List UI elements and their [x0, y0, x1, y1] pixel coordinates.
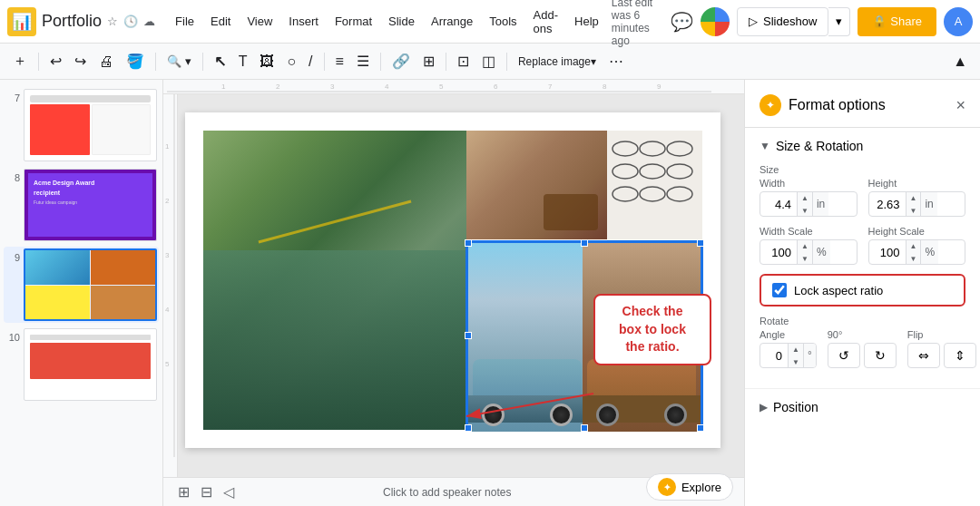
size-group: Size Width ▲ ▼ in: [760, 164, 965, 217]
svg-text:9: 9: [657, 83, 662, 91]
history-icon[interactable]: 🕓: [123, 15, 138, 28]
menu-arrange[interactable]: Arrange: [424, 11, 480, 32]
crop-tool[interactable]: ⊡: [452, 49, 475, 73]
grid-view-button[interactable]: ⊞: [174, 482, 193, 502]
separator7: [506, 53, 507, 71]
format-options-panel: ✦ Format options × ▼ Size & Rotation Siz…: [744, 80, 980, 506]
image-tool[interactable]: 🖼: [254, 50, 279, 73]
height-down[interactable]: ▼: [906, 204, 921, 217]
slideshow-label: Slideshow: [763, 15, 817, 28]
cursor-tool[interactable]: ↖: [209, 49, 231, 73]
collapse-toolbar-button[interactable]: ▲: [947, 50, 973, 73]
width-scale-input[interactable]: [760, 244, 797, 261]
size-rotation-header[interactable]: ▼ Size & Rotation: [760, 139, 965, 153]
expand-arrow: ▼: [760, 140, 770, 152]
separator4: [324, 53, 325, 71]
flip-h-button[interactable]: ⇔: [907, 343, 940, 368]
width-scale-spinners: ▲ ▼: [797, 239, 812, 265]
height-scale-up[interactable]: ▲: [906, 239, 921, 252]
menu-view[interactable]: View: [240, 11, 279, 32]
flip-v-button[interactable]: ⇕: [944, 343, 976, 368]
angle-down[interactable]: ▼: [789, 355, 803, 368]
height-scale-input[interactable]: [869, 244, 906, 261]
size-rotation-section: ▼ Size & Rotation Size Width ▲ ▼: [745, 128, 980, 389]
line-tool[interactable]: /: [303, 50, 318, 73]
format-close-button[interactable]: ×: [956, 96, 965, 115]
undo-button[interactable]: ↩: [44, 49, 67, 73]
slide-canvas[interactable]: Check the box to lock the ratio.: [185, 112, 720, 448]
format-header: ✦ Format options ×: [745, 80, 980, 128]
google-apps-button[interactable]: [701, 7, 730, 36]
menu-format[interactable]: Format: [328, 11, 379, 32]
height-scale-unit: %: [920, 240, 938, 264]
width-scale-down[interactable]: ▼: [798, 252, 812, 265]
svg-text:5: 5: [165, 360, 170, 368]
slideshow-dropdown-button[interactable]: ▾: [828, 7, 850, 36]
width-down[interactable]: ▼: [798, 204, 812, 217]
angle-col: Angle ▲ ▼ °: [760, 329, 817, 368]
list-tool[interactable]: ☰: [351, 49, 375, 73]
lock-checkbox[interactable]: [772, 283, 787, 297]
callout-tooltip: Check the box to lock the ratio.: [593, 294, 711, 365]
text-tool[interactable]: T: [233, 50, 253, 73]
height-scale-col: Height Scale ▲ ▼ %: [868, 226, 966, 265]
menu-file[interactable]: File: [168, 11, 201, 32]
menu-insert[interactable]: Insert: [281, 11, 326, 32]
svg-text:3: 3: [165, 251, 170, 259]
redo-button[interactable]: ↪: [69, 49, 92, 73]
slideshow-button[interactable]: ▷ Slideshow: [737, 7, 828, 36]
zoom-button[interactable]: 🔍 ▾: [162, 51, 197, 72]
list-view-button[interactable]: ⊟: [197, 482, 216, 502]
menu-help[interactable]: Help: [567, 11, 606, 32]
replace-image-button[interactable]: Replace image ▾: [513, 52, 602, 72]
separator5: [380, 53, 381, 71]
paint-format-button[interactable]: 🪣: [121, 49, 150, 73]
height-input[interactable]: [869, 196, 906, 213]
canvas-area[interactable]: 1 2 3 4 5 6 7 8 9 1 2 3 4 5: [163, 80, 744, 506]
add-button[interactable]: ＋: [7, 48, 33, 74]
menu-tools[interactable]: Tools: [482, 11, 524, 32]
shape-tool[interactable]: ○: [281, 50, 301, 73]
more-options-button[interactable]: ⋯: [603, 49, 629, 73]
slide-background: Check the box to lock the ratio.: [185, 112, 720, 448]
flip-label: Flip: [907, 329, 976, 340]
height-scale-down[interactable]: ▼: [906, 252, 921, 265]
angle-up[interactable]: ▲: [789, 343, 803, 355]
slide-thumb-8: Acme Design Awardrecipient Futur ideas c…: [24, 169, 157, 241]
explore-button[interactable]: ✦ Explore: [646, 473, 733, 501]
speaker-notes-text[interactable]: Click to add speaker notes: [383, 486, 511, 499]
align-tool[interactable]: ≡: [330, 50, 349, 73]
svg-text:4: 4: [165, 306, 170, 314]
height-up[interactable]: ▲: [906, 191, 921, 204]
menu-slide[interactable]: Slide: [381, 11, 422, 32]
slide-item-7[interactable]: 7: [4, 87, 159, 163]
slideshow-group: ▷ Slideshow ▾: [737, 7, 850, 36]
menu-addons[interactable]: Add-ons: [526, 5, 565, 39]
embed-tool[interactable]: ⊞: [417, 49, 440, 73]
slide-item-9[interactable]: 9: [4, 247, 159, 323]
user-avatar[interactable]: A: [944, 7, 973, 36]
separator2: [155, 53, 156, 71]
print-button[interactable]: 🖨: [93, 50, 119, 73]
slide-item-10[interactable]: 10: [4, 326, 159, 403]
rotate-90-label: 90°: [828, 329, 897, 340]
width-scale-col: Width Scale ▲ ▼ %: [760, 226, 858, 265]
width-scale-up[interactable]: ▲: [798, 239, 812, 252]
last-edit-text: Last edit was 6 minutes ago: [612, 0, 665, 47]
rotate-cw-button[interactable]: ↻: [864, 343, 897, 368]
angle-input[interactable]: [760, 347, 788, 365]
mask-tool[interactable]: ◫: [476, 49, 501, 73]
comments-button[interactable]: 💬: [671, 11, 693, 33]
link-tool[interactable]: 🔗: [387, 49, 416, 73]
rotate-ccw-button[interactable]: ↺: [828, 343, 860, 368]
share-button[interactable]: 🔒 Share: [858, 7, 936, 36]
star-icon[interactable]: ☆: [107, 15, 118, 28]
cloud-icon[interactable]: ☁: [143, 15, 155, 28]
position-section-header[interactable]: ▶ Position: [745, 389, 980, 425]
width-input[interactable]: [760, 196, 797, 213]
collapse-panel-button[interactable]: ◁: [220, 482, 238, 502]
slide-item-8[interactable]: 8 Acme Design Awardrecipient Futur ideas…: [4, 167, 159, 243]
width-up[interactable]: ▲: [798, 191, 812, 204]
slide-num-9: 9: [5, 252, 20, 263]
menu-edit[interactable]: Edit: [203, 11, 238, 32]
